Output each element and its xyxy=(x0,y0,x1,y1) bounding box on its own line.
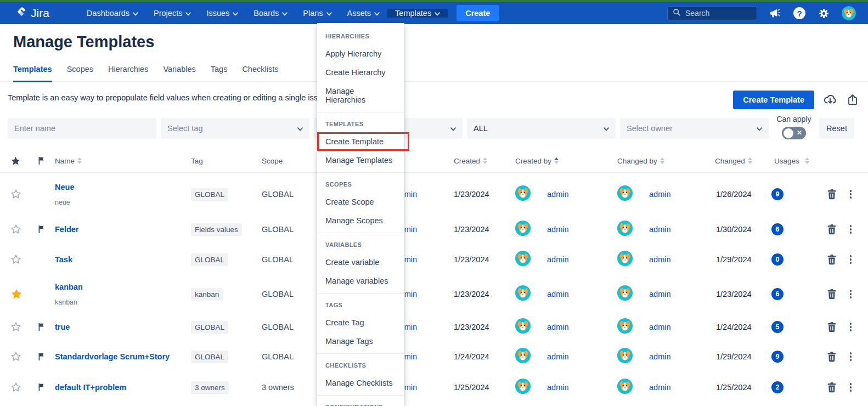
created-by-link[interactable]: admin xyxy=(547,255,569,264)
header-tag[interactable]: Tag xyxy=(191,157,262,165)
header-changed[interactable]: Changed xyxy=(715,157,770,165)
created-by-link[interactable]: admin xyxy=(547,323,569,331)
tab-scopes[interactable]: Scopes xyxy=(67,65,93,81)
star-header-icon[interactable] xyxy=(8,156,33,166)
nav-item-plans[interactable]: Plans xyxy=(295,9,339,18)
header-created[interactable]: Created xyxy=(448,157,508,165)
create-template-button[interactable]: Create Template xyxy=(733,91,814,109)
template-name-link[interactable]: default IT+problem xyxy=(55,383,126,392)
row-menu-button[interactable] xyxy=(849,224,853,235)
nav-item-issues[interactable]: Issues xyxy=(199,9,246,18)
tab-variables[interactable]: Variables xyxy=(163,65,195,81)
template-name-link[interactable]: kanban xyxy=(55,283,83,291)
menu-item-create-variable[interactable]: Create variable xyxy=(317,253,404,272)
reset-button[interactable]: Reset xyxy=(819,118,854,139)
delete-button[interactable] xyxy=(827,351,837,362)
tab-tags[interactable]: Tags xyxy=(211,65,228,81)
chevron-down-icon xyxy=(185,9,191,18)
changed-by-link[interactable]: admin xyxy=(649,190,671,199)
row-menu-button[interactable] xyxy=(849,254,853,265)
delete-button[interactable] xyxy=(827,289,837,300)
menu-item-manage-templates[interactable]: Manage Templates xyxy=(317,151,404,170)
template-name-link[interactable]: Neue xyxy=(55,183,74,191)
can-apply-toggle[interactable]: ✕ xyxy=(782,127,806,139)
changed-by-link[interactable]: admin xyxy=(649,383,671,392)
changed-by-link[interactable]: admin xyxy=(649,225,671,234)
tab-checklists[interactable]: Checklists xyxy=(242,65,278,81)
star-toggle[interactable] xyxy=(8,322,33,332)
delete-button[interactable] xyxy=(827,189,837,200)
row-menu-button[interactable] xyxy=(849,289,853,300)
menu-item-manage-variables[interactable]: Manage variables xyxy=(317,272,404,290)
template-name-link[interactable]: Felder xyxy=(55,225,79,234)
star-toggle[interactable] xyxy=(8,254,33,265)
header-usages[interactable]: Usages xyxy=(770,157,805,165)
changed-date: 1/29/2024 xyxy=(715,352,770,361)
menu-item-manage-hierarchies[interactable]: Manage Hierarchies xyxy=(317,82,404,109)
created-by-link[interactable]: admin xyxy=(547,190,569,199)
delete-button[interactable] xyxy=(827,254,837,265)
nav-item-projects[interactable]: Projects xyxy=(146,9,199,18)
delete-button[interactable] xyxy=(827,224,837,235)
import-cloud-icon[interactable] xyxy=(823,93,837,107)
template-name-link[interactable]: true xyxy=(55,323,70,331)
name-filter-input[interactable] xyxy=(14,124,150,133)
menu-item-manage-checklists[interactable]: Manage Checklists xyxy=(317,374,404,392)
owner-filter-select[interactable]: Select owner xyxy=(620,118,769,139)
menu-item-create-hierarchy[interactable]: Create Hierarchy xyxy=(317,63,404,82)
nav-search-box[interactable] xyxy=(667,6,757,20)
created-by-link[interactable]: admin xyxy=(547,290,569,298)
row-menu-button[interactable] xyxy=(849,382,853,393)
jira-logo[interactable]: Jira xyxy=(15,6,49,21)
header-created-by[interactable]: Created by xyxy=(508,157,611,165)
template-name-link[interactable]: Standardvorlage Scrum+Story xyxy=(55,352,170,361)
nav-item-assets[interactable]: Assets xyxy=(340,9,388,18)
star-toggle[interactable] xyxy=(8,288,33,300)
header-name[interactable]: Name xyxy=(55,157,191,165)
created-by-link[interactable]: admin xyxy=(547,352,569,361)
nav-item-dashboards[interactable]: Dashboards xyxy=(79,9,146,18)
changed-by-link[interactable]: admin xyxy=(649,255,671,264)
menu-item-create-template[interactable]: Create Template xyxy=(317,132,409,151)
created-by-link[interactable]: admin xyxy=(547,383,569,392)
menu-item-manage-tags[interactable]: Manage Tags xyxy=(317,332,404,351)
announcement-icon[interactable] xyxy=(769,7,781,19)
menu-divider xyxy=(317,233,404,233)
star-toggle[interactable] xyxy=(8,224,33,235)
star-toggle[interactable] xyxy=(8,351,33,362)
star-toggle[interactable] xyxy=(8,189,33,200)
name-filter[interactable] xyxy=(8,118,156,139)
menu-item-manage-scopes[interactable]: Manage Scopes xyxy=(317,211,404,230)
changed-by-avatar xyxy=(617,285,633,303)
star-toggle[interactable] xyxy=(8,382,33,393)
settings-gear-icon[interactable] xyxy=(818,7,830,19)
menu-item-apply-hierarchy[interactable]: Apply Hierarchy xyxy=(317,44,404,63)
search-input[interactable] xyxy=(685,9,751,18)
row-menu-button[interactable] xyxy=(849,322,853,332)
usages-badge: 6 xyxy=(771,223,784,235)
tab-templates[interactable]: Templates xyxy=(13,65,52,82)
tab-hierarchies[interactable]: Hierarchies xyxy=(108,65,148,81)
header-changed-by[interactable]: Changed by xyxy=(611,157,715,165)
changed-by-link[interactable]: admin xyxy=(649,352,671,361)
delete-button[interactable] xyxy=(827,322,837,332)
export-share-icon[interactable] xyxy=(846,93,859,106)
changed-by-link[interactable]: admin xyxy=(649,290,671,298)
template-name-link[interactable]: Task xyxy=(55,255,72,264)
nav-item-templates[interactable]: Templates xyxy=(387,9,448,18)
header-usages-sorter[interactable] xyxy=(805,157,868,164)
menu-item-create-scope[interactable]: Create Scope xyxy=(317,193,404,211)
row-menu-button[interactable] xyxy=(849,351,853,362)
row-menu-button[interactable] xyxy=(849,189,853,200)
menu-item-create-tag[interactable]: Create Tag xyxy=(317,313,404,332)
created-by-link[interactable]: admin xyxy=(547,225,569,234)
changed-by-link[interactable]: admin xyxy=(649,323,671,331)
user-avatar[interactable] xyxy=(842,6,856,20)
tag-filter-select[interactable]: Select tag xyxy=(161,118,309,139)
type-filter-select[interactable]: ALL xyxy=(467,118,616,139)
nav-item-boards[interactable]: Boards xyxy=(246,9,295,18)
flag-header-icon[interactable] xyxy=(33,156,55,166)
nav-create-button[interactable]: Create xyxy=(456,5,499,21)
help-icon[interactable]: ? xyxy=(793,7,805,19)
delete-button[interactable] xyxy=(827,382,837,393)
